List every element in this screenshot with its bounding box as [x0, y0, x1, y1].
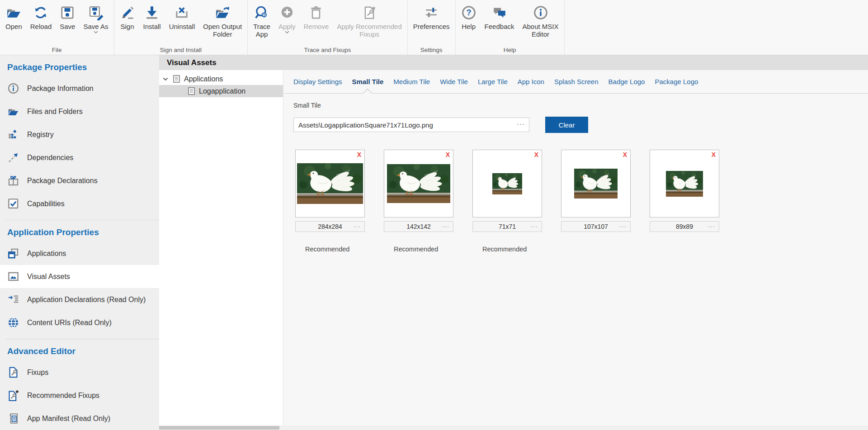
main-panel: Visual Assets Applications Logapplicatio…	[159, 55, 868, 430]
ribbon-button-apply-recommended-fixups: Apply Recommended Fixups	[333, 3, 406, 39]
ribbon-button-open[interactable]: Open	[1, 3, 26, 31]
help-icon: ?	[461, 4, 476, 22]
sidebar-item-applications[interactable]: Applications	[0, 242, 159, 265]
tab-medium-tile[interactable]: Medium Tile	[388, 70, 435, 93]
ribbon-button-feedback[interactable]: Feedback	[481, 3, 519, 31]
scrollbar-thumb[interactable]	[159, 426, 279, 430]
recommended-label: Recommended	[472, 246, 542, 253]
asset-size-field[interactable]: 107x107···	[561, 221, 631, 232]
sidebar-item-label: Fixups	[27, 369, 48, 377]
sidebar-item-fixups[interactable]: Fixups	[0, 361, 159, 384]
sidebar-item-label: Dependencies	[27, 154, 73, 162]
asset-tile-107x107: X107x107···	[561, 150, 631, 253]
open-output-folder-icon	[215, 4, 230, 22]
files-folders-icon	[7, 105, 19, 118]
small-tile-field-label: Small Tile	[293, 102, 868, 109]
ribbon-button-reload[interactable]: Reload	[26, 3, 56, 31]
ribbon-button-help[interactable]: ?Help	[457, 3, 481, 31]
ribbon-button-save-as[interactable]: Save As	[79, 3, 112, 35]
ribbon-button-open-output-folder[interactable]: Open Output Folder	[199, 3, 246, 39]
ribbon-button-sign[interactable]: Sign	[116, 3, 139, 31]
tab-package-logo[interactable]: Package Logo	[650, 70, 703, 93]
sidebar-item-recommended-fixups[interactable]: Recommended Fixups	[0, 384, 159, 407]
asset-size-label: 71x71	[499, 223, 516, 230]
sidebar-item-dependencies[interactable]: Dependencies	[0, 146, 159, 169]
tab-splash-screen[interactable]: Splash Screen	[549, 70, 604, 93]
sidebar-item-capabilities[interactable]: Capabilities	[0, 192, 159, 215]
sidebar-item-application-declarations-read-only[interactable]: Application Declarations (Read Only)	[0, 288, 159, 311]
tab-app-icon[interactable]: App Icon	[513, 70, 549, 93]
applications-icon	[7, 247, 19, 260]
ribbon-button-label: About MSIX Editor	[522, 23, 558, 38]
remove-asset-button[interactable]: X	[534, 151, 538, 158]
sidebar-item-package-declarations[interactable]: Package Declarations	[0, 169, 159, 192]
tab-small-tile[interactable]: Small Tile	[347, 70, 389, 93]
ribbon-button-label: Trace App	[253, 23, 270, 38]
asset-size-label: 107x107	[584, 223, 608, 230]
open-folder-icon	[6, 4, 21, 22]
sidebar-item-label: Content URIs (Read Only)	[27, 319, 112, 327]
browse-ellipsis-button[interactable]: ···	[517, 120, 525, 127]
asset-path-input[interactable]	[294, 118, 529, 132]
asset-size-field[interactable]: 284x284···	[295, 221, 365, 232]
ribbon-button-uninstall[interactable]: Uninstall	[165, 3, 199, 31]
horizontal-scrollbar[interactable]	[159, 425, 868, 430]
ribbon-group-label: Settings	[409, 45, 454, 55]
browse-ellipsis-icon: ···	[619, 223, 627, 229]
save-icon	[60, 4, 75, 22]
asset-size-field[interactable]: 71x71···	[472, 221, 542, 232]
ribbon-button-label: Open Output Folder	[203, 23, 242, 38]
ribbon-button-trace-app[interactable]: Trace App	[249, 3, 274, 39]
asset-size-field[interactable]: 89x89···	[650, 221, 719, 232]
ribbon-toolbar: OpenReloadSaveSave AsFileSignInstallUnin…	[0, 0, 868, 55]
sign-icon	[120, 4, 135, 22]
dependencies-icon	[7, 151, 19, 164]
tab-display-settings[interactable]: Display Settings	[288, 70, 347, 93]
package-info-icon	[7, 82, 19, 95]
remove-asset-button[interactable]: X	[446, 151, 450, 158]
app-manifest-icon	[7, 412, 19, 425]
asset-tab-strip: Display SettingsSmall TileMedium TileWid…	[284, 70, 868, 94]
sidebar-item-package-information[interactable]: Package Information	[0, 77, 159, 100]
tab-badge-logo[interactable]: Badge Logo	[604, 70, 650, 93]
ribbon-button-label: Apply	[278, 23, 296, 30]
asset-tiles-row: X284x284···RecommendedX142x142···Recomme…	[295, 150, 868, 253]
ribbon-group-label: Help	[457, 45, 563, 55]
sidebar-heading-application-properties: Application Properties	[0, 226, 159, 239]
capabilities-icon	[7, 198, 19, 210]
small-tile-path-row: ··· Clear	[293, 117, 868, 133]
tab-large-tile[interactable]: Large Tile	[473, 70, 513, 93]
remove-asset-button[interactable]: X	[357, 151, 361, 158]
app-declarations-icon	[7, 293, 19, 306]
sidebar-item-files-and-folders[interactable]: Files and Folders	[0, 100, 159, 123]
ribbon-button-about-msix-editor[interactable]: About MSIX Editor	[518, 3, 562, 39]
svg-text:?: ?	[466, 8, 471, 17]
asset-size-field[interactable]: 142x142···	[384, 221, 453, 232]
sidebar-item-registry[interactable]: Registry	[0, 123, 159, 146]
browse-ellipsis-icon: ···	[354, 223, 361, 229]
reload-icon	[33, 4, 48, 22]
asset-tile-142x142: X142x142···Recommended	[384, 150, 453, 253]
sidebar-item-label: Capabilities	[27, 200, 65, 208]
about-icon	[533, 4, 548, 22]
tree-item-applications[interactable]: Applications	[159, 73, 283, 85]
tree-item-logapplication[interactable]: Logapplication	[159, 85, 283, 97]
ribbon-group-file: OpenReloadSaveSave AsFile	[0, 0, 114, 55]
sidebar-item-app-manifest-read-only[interactable]: App Manifest (Read Only)	[0, 407, 159, 430]
tab-wide-tile[interactable]: Wide Tile	[435, 70, 473, 93]
sidebar-item-label: Recommended Fixups	[27, 392, 99, 400]
sidebar-item-label: Visual Assets	[27, 273, 70, 281]
ribbon-group-label: File	[1, 45, 113, 55]
remove-asset-button[interactable]: X	[712, 151, 716, 158]
ribbon-group-settings: PreferencesSettings	[408, 0, 456, 55]
remove-asset-button[interactable]: X	[623, 151, 627, 158]
ribbon-button-preferences[interactable]: Preferences	[409, 3, 454, 31]
uninstall-icon	[174, 4, 189, 22]
asset-content-panel: Display SettingsSmall TileMedium TileWid…	[284, 70, 868, 425]
ribbon-button-save[interactable]: Save	[56, 3, 79, 31]
clear-button[interactable]: Clear	[545, 117, 588, 133]
sidebar-item-content-uris-read-only[interactable]: Content URIs (Read Only)	[0, 311, 159, 334]
sidebar-item-visual-assets[interactable]: Visual Assets	[0, 265, 159, 288]
ribbon-button-install[interactable]: Install	[139, 3, 165, 31]
ribbon-button-label: Open	[5, 23, 22, 30]
